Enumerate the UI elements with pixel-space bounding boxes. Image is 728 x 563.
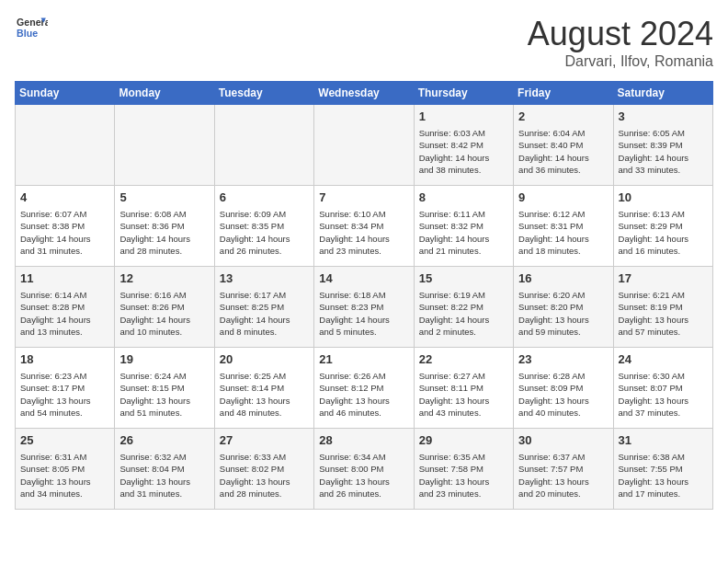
- weekday-header-row: SundayMondayTuesdayWednesdayThursdayFrid…: [16, 82, 713, 105]
- calendar-cell: 14Sunrise: 6:18 AMSunset: 8:23 PMDayligh…: [314, 267, 414, 348]
- cell-info: Sunset: 7:57 PM: [518, 463, 608, 475]
- cell-info: Sunset: 8:32 PM: [419, 220, 508, 232]
- cell-info: and 48 minutes.: [220, 407, 309, 419]
- cell-info: Daylight: 13 hours: [119, 395, 209, 407]
- day-number: 2: [518, 109, 608, 125]
- cell-info: Sunrise: 6:17 AM: [220, 289, 309, 301]
- location-title: Darvari, Ilfov, Romania: [528, 53, 713, 70]
- calendar-cell: 15Sunrise: 6:19 AMSunset: 8:22 PMDayligh…: [414, 267, 513, 348]
- cell-info: and 33 minutes.: [619, 164, 708, 176]
- calendar-cell: 26Sunrise: 6:32 AMSunset: 8:04 PMDayligh…: [115, 429, 214, 510]
- day-number: 22: [419, 351, 508, 368]
- calendar-cell: [214, 105, 313, 186]
- cell-info: Sunrise: 6:33 AM: [220, 451, 309, 463]
- cell-info: Sunrise: 6:25 AM: [220, 370, 309, 382]
- cell-info: Daylight: 13 hours: [419, 395, 508, 407]
- cell-info: Sunset: 8:29 PM: [619, 220, 708, 232]
- calendar-cell: [16, 105, 115, 186]
- cell-info: Sunset: 8:40 PM: [518, 139, 608, 151]
- cell-info: Sunset: 8:25 PM: [220, 301, 309, 313]
- cell-info: Sunset: 8:07 PM: [619, 382, 708, 394]
- cell-info: Daylight: 14 hours: [220, 233, 309, 245]
- cell-info: and 46 minutes.: [319, 407, 408, 419]
- weekday-header: Friday: [514, 82, 613, 105]
- cell-info: Daylight: 14 hours: [20, 233, 109, 245]
- cell-info: Daylight: 13 hours: [518, 476, 608, 488]
- svg-text:Blue: Blue: [17, 28, 38, 39]
- calendar-cell: 18Sunrise: 6:23 AMSunset: 8:17 PMDayligh…: [16, 348, 115, 429]
- day-number: 16: [518, 270, 608, 287]
- weekday-header: Sunday: [16, 82, 115, 105]
- day-number: 15: [419, 270, 508, 287]
- calendar-week-row: 4Sunrise: 6:07 AMSunset: 8:38 PMDaylight…: [16, 186, 713, 267]
- calendar-table: SundayMondayTuesdayWednesdayThursdayFrid…: [15, 81, 713, 510]
- cell-info: Daylight: 14 hours: [419, 233, 508, 245]
- cell-info: Sunset: 8:23 PM: [319, 301, 408, 313]
- cell-info: Daylight: 13 hours: [20, 476, 109, 488]
- cell-info: Sunrise: 6:27 AM: [419, 370, 508, 382]
- cell-info: Sunset: 8:12 PM: [319, 382, 408, 394]
- day-number: 7: [319, 190, 408, 206]
- cell-info: Daylight: 13 hours: [220, 395, 309, 407]
- cell-info: Sunset: 8:00 PM: [319, 463, 408, 475]
- calendar-cell: 28Sunrise: 6:34 AMSunset: 8:00 PMDayligh…: [314, 429, 414, 510]
- cell-info: and 28 minutes.: [119, 245, 209, 257]
- cell-info: and 2 minutes.: [419, 326, 508, 338]
- day-number: 10: [619, 190, 708, 206]
- cell-info: Daylight: 13 hours: [220, 476, 309, 488]
- cell-info: Sunrise: 6:30 AM: [619, 370, 708, 382]
- cell-info: and 26 minutes.: [220, 245, 309, 257]
- cell-info: and 59 minutes.: [518, 326, 608, 338]
- day-number: 25: [20, 432, 109, 449]
- cell-info: Sunrise: 6:24 AM: [119, 370, 209, 382]
- calendar-cell: 10Sunrise: 6:13 AMSunset: 8:29 PMDayligh…: [613, 186, 712, 267]
- cell-info: Daylight: 13 hours: [119, 476, 209, 488]
- cell-info: Sunset: 8:26 PM: [119, 301, 209, 313]
- calendar-cell: 24Sunrise: 6:30 AMSunset: 8:07 PMDayligh…: [613, 348, 712, 429]
- cell-info: Sunset: 8:22 PM: [419, 301, 508, 313]
- day-number: 14: [319, 270, 408, 287]
- day-number: 20: [220, 351, 309, 368]
- day-number: 18: [20, 351, 109, 368]
- cell-info: Sunrise: 6:21 AM: [619, 289, 708, 301]
- day-number: 24: [619, 351, 708, 368]
- cell-info: Sunset: 8:36 PM: [119, 220, 209, 232]
- calendar-week-row: 18Sunrise: 6:23 AMSunset: 8:17 PMDayligh…: [16, 348, 713, 429]
- cell-info: Sunrise: 6:08 AM: [119, 208, 209, 220]
- cell-info: Sunrise: 6:31 AM: [20, 451, 109, 463]
- calendar-cell: 5Sunrise: 6:08 AMSunset: 8:36 PMDaylight…: [115, 186, 214, 267]
- calendar-cell: 11Sunrise: 6:14 AMSunset: 8:28 PMDayligh…: [16, 267, 115, 348]
- calendar-cell: 1Sunrise: 6:03 AMSunset: 8:42 PMDaylight…: [414, 105, 513, 186]
- cell-info: Daylight: 14 hours: [619, 152, 708, 164]
- cell-info: Sunset: 8:39 PM: [619, 139, 708, 151]
- cell-info: Sunset: 8:05 PM: [20, 463, 109, 475]
- cell-info: Sunrise: 6:35 AM: [419, 451, 508, 463]
- cell-info: Sunrise: 6:18 AM: [319, 289, 408, 301]
- cell-info: and 26 minutes.: [319, 488, 408, 500]
- day-number: 17: [619, 270, 708, 287]
- calendar-cell: 9Sunrise: 6:12 AMSunset: 8:31 PMDaylight…: [514, 186, 613, 267]
- calendar-cell: 31Sunrise: 6:38 AMSunset: 7:55 PMDayligh…: [613, 429, 712, 510]
- logo-icon: General Blue: [15, 15, 48, 42]
- cell-info: Sunset: 8:35 PM: [220, 220, 309, 232]
- cell-info: Daylight: 13 hours: [419, 476, 508, 488]
- cell-info: Daylight: 14 hours: [319, 233, 408, 245]
- day-number: 13: [220, 270, 309, 287]
- weekday-header: Tuesday: [214, 82, 313, 105]
- cell-info: and 8 minutes.: [220, 326, 309, 338]
- day-number: 12: [119, 270, 209, 287]
- cell-info: and 16 minutes.: [619, 245, 708, 257]
- cell-info: Daylight: 14 hours: [319, 314, 408, 326]
- cell-info: Sunrise: 6:38 AM: [619, 451, 708, 463]
- cell-info: Daylight: 13 hours: [619, 395, 708, 407]
- calendar-cell: 16Sunrise: 6:20 AMSunset: 8:20 PMDayligh…: [514, 267, 613, 348]
- cell-info: Sunset: 8:15 PM: [119, 382, 209, 394]
- day-number: 28: [319, 432, 408, 449]
- calendar-cell: 29Sunrise: 6:35 AMSunset: 7:58 PMDayligh…: [414, 429, 513, 510]
- calendar-cell: 17Sunrise: 6:21 AMSunset: 8:19 PMDayligh…: [613, 267, 712, 348]
- calendar-cell: 4Sunrise: 6:07 AMSunset: 8:38 PMDaylight…: [16, 186, 115, 267]
- cell-info: Daylight: 13 hours: [518, 314, 608, 326]
- calendar-cell: 22Sunrise: 6:27 AMSunset: 8:11 PMDayligh…: [414, 348, 513, 429]
- calendar-cell: 25Sunrise: 6:31 AMSunset: 8:05 PMDayligh…: [16, 429, 115, 510]
- cell-info: and 37 minutes.: [619, 407, 708, 419]
